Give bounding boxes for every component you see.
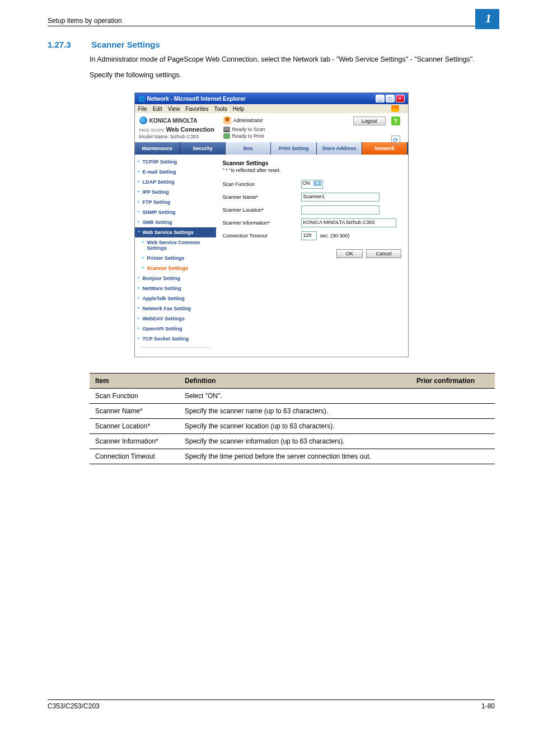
- window-titlebar: 🌐 Network - Microsoft Internet Explorer …: [135, 93, 408, 104]
- scanner-icon: [223, 127, 230, 132]
- th-prior: Prior confirmation: [411, 374, 495, 389]
- close-button[interactable]: ×: [396, 95, 405, 102]
- km-logo-icon: [139, 116, 147, 124]
- sidebar-item-webdav[interactable]: WebDAV Settings: [135, 314, 216, 324]
- definition-table: Item Definition Prior confirmation Scan …: [90, 373, 495, 464]
- page-footer: C353/C253/C203 1-80: [48, 699, 495, 710]
- help-icon[interactable]: ?: [391, 116, 400, 125]
- label-scanner-location: Scanner Location*: [223, 207, 301, 213]
- printer-icon: [223, 133, 230, 139]
- menu-view[interactable]: View: [168, 106, 180, 112]
- sidebar: TCP/IP Setting E-mail Setting LDAP Setti…: [135, 155, 216, 357]
- brand-text: KONICA MINOLTA: [149, 118, 198, 124]
- select-scan-function[interactable]: ON▼: [301, 180, 323, 189]
- table-row: Scan Function Select "ON".: [90, 389, 495, 404]
- menu-favorites[interactable]: Favorites: [185, 106, 208, 112]
- cancel-button[interactable]: Cancel: [366, 249, 401, 258]
- ie-flag-icon: [391, 105, 399, 112]
- refresh-icon[interactable]: ⟳: [391, 136, 400, 144]
- window-title: Network - Microsoft Internet Explorer: [147, 96, 376, 102]
- sidebar-item-ipp[interactable]: IPP Setting: [135, 187, 216, 197]
- brand: KONICA MINOLTA: [139, 116, 223, 124]
- tab-bar: Maintenance Security Box Print Setting S…: [135, 142, 408, 155]
- input-timeout[interactable]: 120: [301, 231, 317, 240]
- footer-right: 1-80: [481, 702, 495, 710]
- ie-icon: 🌐: [138, 96, 145, 102]
- table-row: Scanner Information* Specify the scanner…: [90, 434, 495, 449]
- status-print: Ready to Print: [232, 133, 264, 139]
- tab-store-address[interactable]: Store Address: [317, 142, 362, 155]
- tab-network[interactable]: Network: [362, 142, 407, 155]
- tab-security[interactable]: Security: [180, 142, 226, 155]
- table-row: Scanner Location* Specify the scanner lo…: [90, 419, 495, 434]
- sidebar-item-tcpip[interactable]: TCP/IP Setting: [135, 157, 216, 167]
- label-scanner-name: Scanner Name*: [223, 194, 301, 200]
- sidebar-item-bonjour[interactable]: Bonjour Setting: [135, 273, 216, 283]
- label-scan-function: Scan Function: [223, 181, 301, 187]
- pagescope-header: KONICA MINOLTA PAGE SCOPE Web Connection…: [135, 113, 408, 142]
- menu-tools[interactable]: Tools: [214, 106, 227, 112]
- timeout-unit: sec. (30-300): [320, 233, 350, 239]
- menu-edit[interactable]: Edit: [153, 106, 162, 112]
- status-scan: Ready to Scan: [232, 127, 265, 132]
- chapter-badge: 1: [475, 9, 499, 29]
- sidebar-divider: [140, 347, 210, 348]
- section-heading: 1.27.3 Scanner Settings: [48, 40, 495, 49]
- sidebar-sub-scanner[interactable]: Scanner Settings: [135, 263, 216, 273]
- sidebar-item-ldap[interactable]: LDAP Setting: [135, 177, 216, 187]
- web-connection-label: PAGE SCOPE Web Connection: [139, 126, 223, 133]
- screenshot: 🌐 Network - Microsoft Internet Explorer …: [48, 92, 495, 357]
- sidebar-item-tcpsocket[interactable]: TCP Socket Setting: [135, 334, 216, 344]
- menu-help[interactable]: Help: [233, 106, 245, 112]
- input-scanner-location[interactable]: [301, 206, 380, 214]
- th-definition: Definition: [179, 374, 411, 389]
- input-scanner-name[interactable]: Scanner1: [301, 193, 380, 202]
- sidebar-item-appletalk[interactable]: AppleTalk Setting: [135, 293, 216, 304]
- ok-button[interactable]: OK: [336, 249, 363, 258]
- admin-label: Administrator: [233, 118, 263, 123]
- label-timeout: Connection Timeout: [223, 233, 301, 239]
- form-heading: Scanner Settings: [223, 160, 401, 166]
- sidebar-item-smb[interactable]: SMB Setting: [135, 217, 216, 227]
- maximize-button[interactable]: □: [386, 95, 395, 102]
- chevron-down-icon: ▼: [313, 181, 321, 186]
- tab-maintenance[interactable]: Maintenance: [135, 142, 180, 155]
- sidebar-item-snmp[interactable]: SNMP Setting: [135, 207, 216, 217]
- sidebar-sub-printer[interactable]: Printer Settings: [135, 253, 216, 263]
- sidebar-item-networkfax[interactable]: Network Fax Setting: [135, 304, 216, 314]
- th-item: Item: [90, 374, 179, 389]
- main-pane: Scanner Settings " * "is reflected after…: [216, 155, 408, 357]
- sidebar-sub-common[interactable]: Web Service Common Settings: [135, 237, 216, 253]
- logout-button[interactable]: Logout: [353, 116, 386, 125]
- model-name: Model Name: bizhub C353: [139, 134, 223, 139]
- minimize-button[interactable]: _: [376, 95, 385, 102]
- footer-left: C353/C253/C203: [48, 702, 100, 710]
- sidebar-item-ftp[interactable]: FTP Setting: [135, 197, 216, 207]
- intro-paragraph-2: Specify the following settings.: [90, 71, 495, 81]
- menu-file[interactable]: File: [138, 106, 147, 112]
- tab-print-setting[interactable]: Print Setting: [271, 142, 316, 155]
- page-header: Setup items by operation 1: [48, 17, 495, 26]
- menu-bar[interactable]: File Edit View Favorites Tools Help: [135, 104, 408, 113]
- header-text: Setup items by operation: [48, 17, 122, 25]
- sidebar-item-web-service[interactable]: Web Service Settings: [135, 227, 216, 237]
- sidebar-item-netware[interactable]: NetWare Setting: [135, 283, 216, 293]
- sidebar-item-email[interactable]: E-mail Setting: [135, 167, 216, 177]
- tab-box[interactable]: Box: [226, 142, 271, 155]
- label-scanner-info: Scanner Information*: [223, 220, 301, 226]
- table-row: Connection Timeout Specify the time peri…: [90, 449, 495, 464]
- browser-window: 🌐 Network - Microsoft Internet Explorer …: [134, 92, 409, 357]
- admin-icon: [223, 116, 231, 124]
- input-scanner-info[interactable]: KONICA MINOLTA bizhub C353: [301, 218, 396, 227]
- section-title: Scanner Settings: [91, 40, 160, 49]
- intro-paragraph-1: In Administrator mode of PageScope Web C…: [90, 55, 495, 65]
- section-number: 1.27.3: [48, 40, 90, 49]
- form-note: " * "is reflected after reset.: [223, 167, 401, 173]
- table-row: Scanner Name* Specify the scanner name (…: [90, 404, 495, 419]
- sidebar-item-openapi[interactable]: OpenAPI Setting: [135, 324, 216, 334]
